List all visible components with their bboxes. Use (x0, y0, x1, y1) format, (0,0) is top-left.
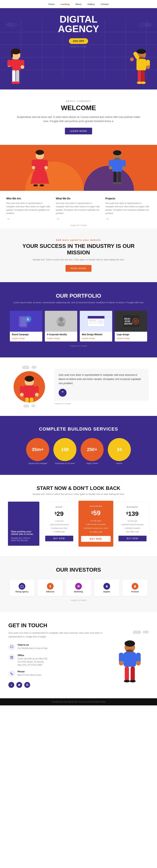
social-links (8, 682, 105, 688)
svg-rect-109 (124, 652, 136, 667)
pricing-tier-basic-label: BASIC (45, 506, 73, 508)
svg-rect-91 (25, 398, 29, 403)
svg-rect-77 (98, 319, 103, 324)
pricing-subtitle: Sample text. Click to select the text bo… (6, 493, 151, 495)
portfolio-card-2-category: Graphic Design (47, 337, 60, 339)
nav-contact[interactable]: Contact (101, 3, 109, 5)
svg-point-83 (134, 319, 137, 323)
svg-point-113 (136, 661, 141, 665)
svg-point-70 (59, 317, 63, 322)
portfolio-card-2-image (45, 311, 77, 332)
navbar: Home Landing About Gallery Contact (0, 0, 157, 8)
why-col-3-arrow[interactable]: → (105, 217, 151, 221)
svg-rect-99 (10, 646, 13, 648)
pricing-features-advanced: 10 Full users 2,000 Email Processes Unli… (81, 519, 110, 534)
contact-phone-detail-text: Mon-Fri from 8am to 5am. (18, 674, 42, 677)
why-col-1-arrow[interactable]: → (6, 217, 52, 221)
portfolio-card-3[interactable]: Web Design Website Graphic Design (80, 311, 112, 342)
portfolio-card-1-title: Brand Campaign (12, 333, 40, 336)
pricing-grid: Stop pushing your clients into a corner.… (6, 502, 151, 546)
about-learn-more-button[interactable]: LEARN MORE (65, 128, 92, 134)
nav-home[interactable]: Home (48, 3, 54, 5)
nav-about[interactable]: About (75, 3, 81, 5)
contact-item-chat: Chat to us Our friendly team is here to … (8, 644, 105, 650)
hero-title-line1: DIGITAL (58, 14, 99, 24)
investors-section: OUR INVESTORS Rising Agency Influence Ma… (0, 556, 157, 612)
investor-5-icon (132, 583, 138, 590)
pricing-heading: START NOW & DON'T LOOK BACK (6, 485, 151, 491)
svg-rect-115 (131, 666, 135, 681)
pricing-tier-advanced-label: ADVANCED (81, 505, 110, 507)
portfolio-card-2[interactable]: A Corporate Identity Graphic Design (45, 311, 77, 342)
pricing-card-basic: BASIC $ 29 1 Full user 1,000 Email Proce… (43, 502, 76, 546)
svg-point-48 (32, 166, 35, 169)
testimonial-illustration (8, 366, 50, 408)
portfolio-card-1[interactable]: b Brand Campaign Graphic Design (10, 311, 42, 342)
cloud-1 (22, 366, 29, 369)
why-col-1-title: Who We Are (6, 197, 52, 200)
portfolio-card-1-image: b (10, 311, 42, 332)
svg-rect-36 (138, 70, 141, 83)
portfolio-card-1-category: Graphic Design (12, 337, 25, 339)
why-col-2: What We Do Duis aute irure dolor in repr… (56, 197, 101, 221)
svg-point-90 (35, 393, 39, 397)
stat-item-1: 35m+ Square Feet managed (26, 438, 49, 464)
social-twitter[interactable] (16, 682, 22, 688)
social-instagram[interactable] (24, 682, 30, 688)
svg-text:b: b (27, 317, 29, 321)
why-col-2-arrow[interactable]: → (56, 217, 101, 221)
contact-office-detail: Office Come say hello at our office HQ. … (18, 654, 48, 666)
contact-chat-title: Chat to us (18, 644, 48, 646)
svg-marker-46 (30, 171, 49, 184)
investor-card-4[interactable]: Digitals (94, 579, 119, 596)
investor-card-5[interactable]: Promote (123, 579, 148, 596)
contact-section: GET IN TOUCH Duis aute irure dolor in re… (0, 612, 157, 698)
stat-item-4: 34 Awards. (108, 438, 131, 464)
investor-card-1[interactable]: Rising Agency (9, 579, 34, 596)
pricing-price-advanced: $ 59 (81, 509, 110, 517)
svg-rect-25 (16, 70, 19, 83)
contact-office-title: Office (18, 654, 48, 656)
svg-rect-76 (89, 323, 97, 323)
portfolio-card-3-image (80, 311, 112, 332)
contact-chat-detail: Chat to us Our friendly team is here to … (18, 644, 48, 650)
why-col-1: Who We Are Duis aute irure dolor in repr… (6, 197, 52, 221)
social-facebook[interactable] (8, 682, 14, 688)
svg-text:BISTRO: BISTRO (124, 323, 132, 325)
stat-1-label: Square Feet managed (28, 462, 47, 464)
investor-4-name: Digitals (103, 591, 110, 593)
nav-landing[interactable]: Landing (60, 3, 70, 5)
pricing-buy-advanced-button[interactable]: BUY NOW (81, 536, 110, 542)
nav-gallery[interactable]: Gallery (87, 3, 95, 5)
contact-illustration (111, 622, 149, 688)
svg-point-64 (117, 182, 122, 184)
footer: Proudly built using Velo by Wix. Get you… (0, 698, 157, 705)
investor-1-name: Rising Agency (16, 591, 28, 593)
svg-point-54 (113, 150, 122, 155)
pricing-price-business: $ 139 (119, 510, 147, 517)
pricing-buy-basic-button[interactable]: BUY NOW (45, 536, 73, 541)
pricing-buy-business-button[interactable]: BUY NOW (119, 536, 147, 541)
about-label: about company (17, 100, 140, 102)
contact-intro: Duis aute irure dolor in reprehenderit i… (8, 631, 105, 639)
portfolio-card-4[interactable]: BEAU JOUR BISTRO Logo design Graphic Des… (115, 311, 147, 342)
stat-3-num: 250+ (87, 447, 97, 452)
stat-4-num: 34 (117, 447, 122, 452)
investor-card-3[interactable]: Marketing (66, 579, 91, 596)
svg-rect-102 (11, 657, 12, 658)
hero-section: DIGITAL AGENCY 15% OFF Image from Freepi… (0, 8, 157, 89)
office-icon (8, 654, 15, 661)
investors-img-label: Images by Freepik (6, 599, 151, 601)
svg-point-107 (125, 641, 135, 647)
pricing-features-basic: 1 Full user 1,000 Email Processes 5 cont… (45, 519, 73, 534)
svg-point-23 (21, 65, 24, 69)
pricing-features-business: 20 Full user Unlimited Email Processes U… (119, 519, 147, 534)
svg-point-44 (35, 150, 44, 155)
success-read-more-button[interactable]: READ MORE (66, 265, 91, 272)
portfolio-card-2-title: A Corporate Identity (47, 333, 75, 336)
svg-rect-17 (11, 52, 13, 58)
stat-4-label: Awards. (116, 462, 123, 464)
why-section: Who We Are Duis aute irure dolor in repr… (0, 191, 157, 228)
stat-item-2: 158 Employees on our team (53, 438, 76, 464)
investor-card-2[interactable]: Influence (38, 579, 63, 596)
